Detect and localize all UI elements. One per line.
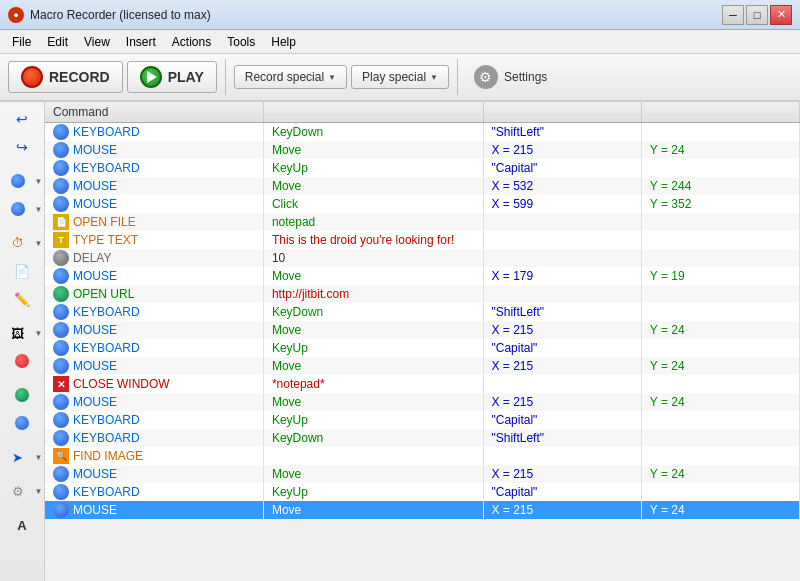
mouse-arrow-icon[interactable]: ▼ <box>35 205 43 214</box>
cmd-col4: Y = 24 <box>641 465 799 483</box>
table-row[interactable]: ✕ CLOSE WINDOW *notepad* <box>45 375 800 393</box>
cmd-col1: OPEN URL <box>45 285 263 303</box>
cmd-label: MOUSE <box>73 467 117 481</box>
table-row[interactable]: KEYBOARD KeyUp "Capital" <box>45 483 800 501</box>
cmd-col2: notepad <box>263 213 483 231</box>
mouse-row-icon <box>53 178 69 194</box>
cmd-col3: X = 532 <box>483 177 641 195</box>
cmd-col4: Y = 352 <box>641 195 799 213</box>
table-row[interactable]: DELAY 10 <box>45 249 800 267</box>
cmd-col4: Y = 24 <box>641 501 799 519</box>
cmd-col1: MOUSE <box>45 177 263 195</box>
menu-file[interactable]: File <box>4 33 39 51</box>
image-arrow-icon[interactable]: ▼ <box>35 329 43 338</box>
sidebar-timer[interactable]: ⏱ <box>2 230 34 256</box>
mouse-row-icon <box>53 502 69 518</box>
cmd-label: MOUSE <box>73 179 117 193</box>
minimize-button[interactable]: ─ <box>722 5 744 25</box>
table-row[interactable]: OPEN URL http://jitbit.com <box>45 285 800 303</box>
cmd-label: KEYBOARD <box>73 413 140 427</box>
arrow-icon: ➤ <box>7 446 29 468</box>
menu-tools[interactable]: Tools <box>219 33 263 51</box>
cmd-col1: KEYBOARD <box>45 339 263 357</box>
col-header-2 <box>263 102 483 123</box>
cmd-col2 <box>263 447 483 465</box>
table-row[interactable]: MOUSE Click X = 599 Y = 352 <box>45 195 800 213</box>
sidebar-image[interactable]: 🖼 <box>2 320 34 346</box>
table-row[interactable]: MOUSE Move X = 532 Y = 244 <box>45 177 800 195</box>
toolbar-separator-1 <box>225 59 226 95</box>
cmd-col3 <box>483 249 641 267</box>
sidebar-globe[interactable] <box>6 382 38 408</box>
table-row[interactable]: MOUSE Move X = 215 Y = 24 <box>45 501 800 519</box>
table-row[interactable]: KEYBOARD KeyUp "Capital" <box>45 339 800 357</box>
timer-arrow-icon[interactable]: ▼ <box>35 239 43 248</box>
table-row[interactable]: T TYPE TEXT This is the droid you're loo… <box>45 231 800 249</box>
cmd-col4 <box>641 285 799 303</box>
close-button[interactable]: ✕ <box>770 5 792 25</box>
command-scroll[interactable]: Command KEYBOARD KeyDown "ShiftLeft" <box>45 102 800 581</box>
typetext-row-icon: T <box>53 232 69 248</box>
table-row[interactable]: MOUSE Move X = 179 Y = 19 <box>45 267 800 285</box>
menu-actions[interactable]: Actions <box>164 33 219 51</box>
cmd-label: CLOSE WINDOW <box>73 377 170 391</box>
maximize-button[interactable]: □ <box>746 5 768 25</box>
table-row[interactable]: MOUSE Move X = 215 Y = 24 <box>45 141 800 159</box>
sidebar-redo[interactable]: ↪ <box>6 134 38 160</box>
sidebar-info[interactable] <box>6 410 38 436</box>
table-row[interactable]: KEYBOARD KeyDown "ShiftLeft" <box>45 123 800 142</box>
cmd-col3: "Capital" <box>483 339 641 357</box>
table-row[interactable]: MOUSE Move X = 215 Y = 24 <box>45 465 800 483</box>
table-row[interactable]: MOUSE Move X = 215 Y = 24 <box>45 357 800 375</box>
table-row[interactable]: KEYBOARD KeyUp "Capital" <box>45 159 800 177</box>
menu-insert[interactable]: Insert <box>118 33 164 51</box>
cmd-col2: KeyUp <box>263 339 483 357</box>
table-row[interactable]: 📄 OPEN FILE notepad <box>45 213 800 231</box>
table-row[interactable]: 🔍 FIND IMAGE <box>45 447 800 465</box>
sidebar-edit[interactable]: ✏️ <box>6 286 38 312</box>
menu-edit[interactable]: Edit <box>39 33 76 51</box>
menu-view[interactable]: View <box>76 33 118 51</box>
table-row[interactable]: KEYBOARD KeyUp "Capital" <box>45 411 800 429</box>
cmd-col3: X = 215 <box>483 465 641 483</box>
cmd-label: KEYBOARD <box>73 485 140 499</box>
sidebar-record-stop[interactable] <box>6 348 38 374</box>
cmd-col4 <box>641 231 799 249</box>
keyboard-arrow-icon[interactable]: ▼ <box>35 177 43 186</box>
cmd-col1: MOUSE <box>45 465 263 483</box>
record-icon <box>21 66 43 88</box>
table-row[interactable]: MOUSE Move X = 215 Y = 24 <box>45 321 800 339</box>
cmd-col4 <box>641 483 799 501</box>
cmd-col2: Move <box>263 465 483 483</box>
arrow-dropdown-icon[interactable]: ▼ <box>35 453 43 462</box>
cmd-col2: KeyDown <box>263 123 483 142</box>
title-bar: ● Macro Recorder (licensed to max) ─ □ ✕ <box>0 0 800 30</box>
cmd-col1: 🔍 FIND IMAGE <box>45 447 263 465</box>
cmd-label: MOUSE <box>73 143 117 157</box>
play-special-button[interactable]: Play special ▼ <box>351 65 449 89</box>
cmd-label: OPEN URL <box>73 287 134 301</box>
cmd-col4: Y = 244 <box>641 177 799 195</box>
sidebar-arrow[interactable]: ➤ <box>2 444 34 470</box>
sidebar-undo[interactable]: ↩ <box>6 106 38 132</box>
cmd-label: MOUSE <box>73 197 117 211</box>
record-special-button[interactable]: Record special ▼ <box>234 65 347 89</box>
table-row[interactable]: KEYBOARD KeyDown "ShiftLeft" <box>45 429 800 447</box>
settings-dropdown-icon[interactable]: ▼ <box>35 487 43 496</box>
table-row[interactable]: MOUSE Move X = 215 Y = 24 <box>45 393 800 411</box>
sidebar-file[interactable]: 📄 <box>6 258 38 284</box>
sidebar-keyboard[interactable] <box>2 168 34 194</box>
keyboard-row-icon <box>53 430 69 446</box>
record-button[interactable]: RECORD <box>8 61 123 93</box>
play-button[interactable]: PLAY <box>127 61 217 93</box>
sidebar-font[interactable]: A <box>6 512 38 538</box>
record-stop-icon <box>11 350 33 372</box>
sidebar-settings[interactable]: ⚙ <box>2 478 34 504</box>
cmd-col1: KEYBOARD <box>45 483 263 501</box>
cmd-col1: MOUSE <box>45 141 263 159</box>
table-row[interactable]: KEYBOARD KeyDown "ShiftLeft" <box>45 303 800 321</box>
menu-help[interactable]: Help <box>263 33 304 51</box>
cmd-col4 <box>641 447 799 465</box>
settings-button[interactable]: ⚙ Settings <box>466 61 555 93</box>
sidebar-mouse[interactable] <box>2 196 34 222</box>
